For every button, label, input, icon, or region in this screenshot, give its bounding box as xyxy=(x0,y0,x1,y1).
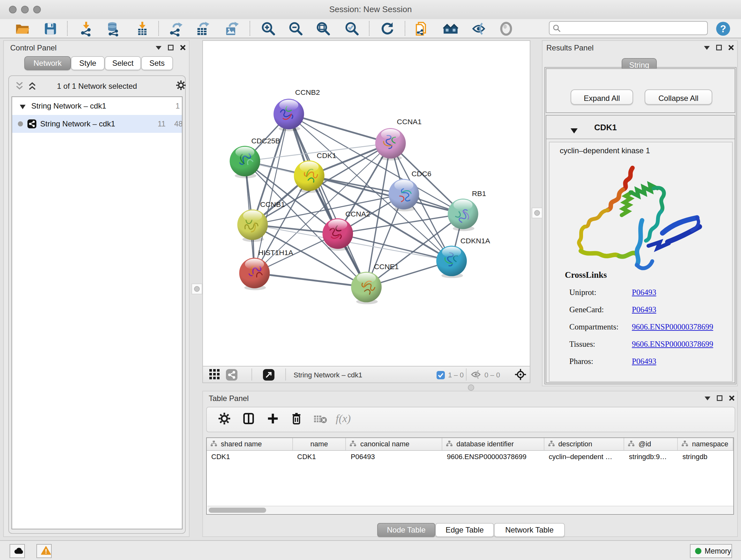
float-menu-icon[interactable] xyxy=(704,396,711,400)
export-network-button[interactable] xyxy=(168,21,183,37)
column-header-name[interactable]: name xyxy=(293,438,346,450)
import-table-file-button[interactable] xyxy=(135,21,150,37)
close-panel-icon[interactable] xyxy=(180,45,186,51)
function-builder-icon[interactable]: f(x) xyxy=(334,411,356,428)
export-table-button[interactable] xyxy=(195,21,210,37)
float-window-icon[interactable] xyxy=(716,45,722,51)
network-edge[interactable] xyxy=(254,273,366,287)
table-row[interactable]: CDK1CDK1P064939606.ENSP00000378699cyclin… xyxy=(207,451,733,463)
network-edge[interactable] xyxy=(289,114,391,143)
open-session-button[interactable] xyxy=(15,21,30,37)
refresh-button[interactable] xyxy=(380,21,395,37)
column-header-shared-name[interactable]: shared name xyxy=(207,438,293,450)
add-column-icon[interactable] xyxy=(266,412,280,428)
tab-edge-table[interactable]: Edge Table xyxy=(435,523,494,537)
tab-style[interactable]: Style xyxy=(71,56,105,70)
import-network-database-button[interactable] xyxy=(105,21,121,37)
expand-all-button[interactable]: Expand All xyxy=(570,89,633,105)
network-canvas[interactable]: CCNB2CCNA1CDC25BCDK1CDC6RB1CCNB1CCNA2CDK… xyxy=(202,40,530,367)
network-edge[interactable] xyxy=(289,114,366,287)
table-cell[interactable]: P06493 xyxy=(346,451,442,463)
network-node-CDC25B[interactable] xyxy=(230,146,260,179)
show-all-button[interactable] xyxy=(498,21,514,37)
warnings-button[interactable] xyxy=(37,544,52,558)
close-panel-icon[interactable] xyxy=(729,395,735,401)
network-options-gear-icon[interactable] xyxy=(176,80,186,91)
float-menu-icon[interactable] xyxy=(156,46,161,50)
tab-select[interactable]: Select xyxy=(105,56,141,70)
cloud-button[interactable] xyxy=(10,544,25,558)
delete-column-icon[interactable] xyxy=(290,412,303,428)
tree-expand-icon[interactable] xyxy=(20,102,25,111)
network-edge[interactable] xyxy=(253,194,404,225)
new-network-from-selection-button[interactable] xyxy=(414,21,429,37)
hidden-eye-icon[interactable] xyxy=(470,370,481,382)
horizontal-splitter-handle[interactable] xyxy=(468,384,474,391)
right-splitter-handle[interactable] xyxy=(532,207,542,219)
zoom-out-button[interactable] xyxy=(288,21,303,37)
table-cell[interactable]: stringdb:9… xyxy=(624,451,678,463)
network-node-RB1[interactable] xyxy=(448,199,478,231)
column-header-@id[interactable]: @id xyxy=(624,438,678,450)
column-header-database-identifier[interactable]: database identifier xyxy=(442,438,544,450)
table-tabs: Node TableEdge TableNetwork Table xyxy=(203,523,738,538)
memory-button[interactable]: Memory xyxy=(690,544,732,558)
left-splitter-handle[interactable] xyxy=(192,284,202,294)
column-header-canonical-name[interactable]: canonical name xyxy=(346,438,442,450)
network-node-CCNE1[interactable] xyxy=(351,272,382,304)
crosslink-link[interactable]: 9606.ENSP00000378699 xyxy=(632,322,713,332)
close-panel-icon[interactable] xyxy=(728,45,734,51)
network-collection-row[interactable]: String Network – cdk1 1 xyxy=(12,97,182,115)
network-node-CCNA1[interactable] xyxy=(375,128,406,161)
crosslink-link[interactable]: P06493 xyxy=(632,305,656,315)
float-window-icon[interactable] xyxy=(168,45,174,51)
network-row-selected[interactable]: String Network – cdk1 11 48 xyxy=(12,115,182,133)
export-image-button[interactable] xyxy=(223,21,239,37)
float-menu-icon[interactable] xyxy=(704,46,710,50)
cdk1-entry-header[interactable]: CDK1 xyxy=(546,116,735,139)
table-cell[interactable]: CDK1 xyxy=(293,451,346,463)
node-label: CCNB1 xyxy=(260,200,285,208)
hide-selected-button[interactable] xyxy=(471,21,486,37)
fit-selected-crosshair-icon[interactable] xyxy=(515,368,527,383)
main-toolbar: ? xyxy=(0,19,741,38)
import-network-file-button[interactable] xyxy=(78,21,94,37)
zoom-selected-button[interactable] xyxy=(344,21,359,37)
table-cell[interactable]: CDK1 xyxy=(207,451,293,463)
network-selection-summary: 1 of 1 Network selected xyxy=(9,82,185,91)
table-cell[interactable]: stringdb xyxy=(678,451,733,463)
column-header-description[interactable]: description xyxy=(544,438,624,450)
share-view-icon[interactable] xyxy=(226,369,238,383)
zoom-in-button[interactable] xyxy=(260,21,276,37)
table-options-gear-icon[interactable] xyxy=(218,412,231,428)
network-node-CDKN1A[interactable] xyxy=(436,246,467,278)
show-columns-icon[interactable] xyxy=(242,412,255,428)
column-header-namespace[interactable]: namespace xyxy=(678,438,733,450)
crosslink-link[interactable]: 9606.ENSP00000378699 xyxy=(632,340,713,349)
crosslink-link[interactable]: P06493 xyxy=(632,357,656,367)
selected-checkbox-icon[interactable] xyxy=(436,370,445,382)
search-input[interactable] xyxy=(563,22,705,34)
tab-sets[interactable]: Sets xyxy=(141,56,173,70)
table-cell[interactable]: cyclin–dependent … xyxy=(544,451,624,463)
first-neighbors-button[interactable] xyxy=(443,21,458,37)
tab-network[interactable]: Network xyxy=(24,56,71,70)
delete-table-icon[interactable] xyxy=(314,415,327,427)
network-node-CCNB1[interactable] xyxy=(238,209,268,242)
zoom-fit-button[interactable] xyxy=(315,21,331,37)
save-session-button[interactable] xyxy=(43,21,58,37)
help-button[interactable]: ? xyxy=(716,21,731,37)
scrollbar-thumb[interactable] xyxy=(209,507,266,512)
network-node-HIST1H1A[interactable] xyxy=(239,258,270,290)
birds-eye-view-icon[interactable] xyxy=(263,369,274,383)
entry-collapse-icon[interactable] xyxy=(570,125,578,136)
tab-network-table[interactable]: Network Table xyxy=(494,523,565,537)
grid-layout-icon[interactable] xyxy=(209,369,220,382)
collapse-all-button[interactable]: Collapse All xyxy=(645,89,712,105)
float-window-icon[interactable] xyxy=(717,395,723,401)
network-node-CDC6[interactable] xyxy=(389,179,419,211)
horizontal-scrollbar[interactable] xyxy=(207,506,734,513)
table-cell[interactable]: 9606.ENSP00000378699 xyxy=(442,451,544,463)
tab-node-table[interactable]: Node Table xyxy=(377,523,435,537)
crosslink-link[interactable]: P06493 xyxy=(632,288,656,298)
